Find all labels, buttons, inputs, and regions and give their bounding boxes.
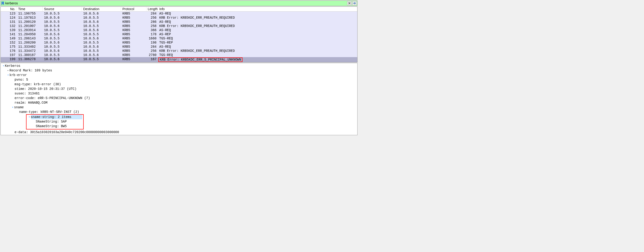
tree-label: krb-error: [10, 73, 27, 77]
packet-cell: 11.203914: [17, 28, 43, 32]
packet-cell: 131: [1, 20, 17, 24]
packet-cell: 123: [1, 11, 17, 16]
packet-cell: KRB5: [121, 49, 146, 53]
packet-cell: 10.0.5.6: [82, 36, 121, 40]
column-header-time[interactable]: Time: [17, 7, 43, 11]
packet-cell: 175: [1, 45, 17, 49]
packet-cell: 10.0.5.6: [43, 49, 82, 53]
packet-cell: 139: [1, 28, 17, 32]
column-header-destination[interactable]: Destination: [82, 7, 121, 11]
packet-cell: 11.206143: [17, 36, 43, 40]
packet-cell: 10.0.5.5: [82, 57, 121, 62]
packet-cell: 10.0.5.6: [82, 28, 121, 32]
packet-cell: 11.196755: [17, 11, 43, 16]
packet-cell: KRB5: [121, 45, 146, 49]
packet-cell: 11.334472: [17, 49, 43, 53]
packet-cell: KRB5: [121, 28, 146, 32]
column-header-no[interactable]: No.: [1, 7, 17, 11]
packet-cell-info: KRB Error: KRB5KDC_ERR_PREAUTH_REQUIRED: [158, 49, 357, 53]
packet-cell: 10.0.5.5: [82, 16, 121, 20]
packet-cell-info: TGS-REQ: [158, 53, 357, 57]
packet-row[interactable]: 12311.19675510.0.5.510.0.5.6KRB5284AS-RE…: [1, 11, 357, 16]
toggle-icon[interactable]: [28, 115, 31, 119]
packet-cell-info: AS-REQ: [158, 11, 357, 16]
column-header-length[interactable]: Length: [146, 7, 158, 11]
packet-cell: 366: [146, 28, 158, 32]
tree-label: sname-string: 2 items: [31, 115, 71, 119]
tree-label: stime: 2020-10-15 20:31:37 (UTC): [14, 87, 76, 91]
tree-leaf-susec[interactable]: susec: 313461: [14, 91, 357, 96]
toggle-icon[interactable]: [2, 64, 5, 68]
packet-cell: KRB5: [121, 53, 146, 57]
packet-row[interactable]: 14111.20495010.0.5.610.0.5.5KRB5178AS-RE…: [1, 32, 357, 36]
tree-leaf-pvno[interactable]: pvno: 5: [14, 77, 357, 82]
packet-row[interactable]: 19711.38018710.0.5.510.0.5.6KRB52780TGS-…: [1, 53, 357, 57]
packet-cell: 11.201007: [17, 24, 43, 28]
packet-cell: 256: [146, 49, 158, 53]
packet-row[interactable]: 13111.20012010.0.5.510.0.5.6KRB5286AS-RE…: [1, 20, 357, 24]
packet-list-header[interactable]: No. Time Source Destination Protocol Len…: [1, 7, 357, 11]
packet-details-pane: Kerberos Record Mark: 109 bytes krb-erro…: [0, 63, 358, 135]
tree-node-krb-error[interactable]: krb-error: [10, 73, 357, 77]
tree-leaf-sname-item[interactable]: SNameString: SAP: [36, 119, 82, 124]
packet-cell: 2780: [146, 53, 158, 57]
tree-leaf-sname-item[interactable]: SNameString: BW5: [36, 124, 82, 129]
packet-row[interactable]: 19911.38627810.0.5.610.0.5.5KRB5167KRB E…: [1, 57, 357, 62]
packet-cell: 11.200120: [17, 20, 43, 24]
packet-cell-info: AS-REP: [158, 32, 357, 36]
packet-cell: 10.0.5.6: [82, 53, 121, 57]
packet-cell: 167: [146, 57, 158, 62]
packet-cell: KRB5: [121, 57, 146, 62]
packet-cell: 11.380187: [17, 53, 43, 57]
column-header-source[interactable]: Source: [43, 7, 82, 11]
packet-cell: KRB5: [121, 32, 146, 36]
packet-cell: 256: [146, 16, 158, 20]
clear-filter-button[interactable]: [347, 1, 352, 5]
packet-cell-info: AS-REQ: [158, 28, 357, 32]
toggle-icon[interactable]: [7, 68, 10, 73]
tree-label: SNameString: SAP: [36, 119, 66, 124]
packet-cell: 10.0.5.5: [43, 28, 82, 32]
column-header-protocol[interactable]: Protocol: [121, 7, 146, 11]
packet-cell: 141: [1, 32, 17, 36]
tree-leaf-realm[interactable]: realm: HANABQ.COM: [14, 100, 357, 105]
packet-cell: 10.0.5.5: [82, 24, 121, 28]
tree-leaf-name-type[interactable]: name-type: kRB5-NT-SRV-INST (2): [19, 110, 357, 114]
tree-node-sname-string[interactable]: sname-string: 2 items: [31, 115, 82, 119]
packet-cell: 10.0.5.5: [82, 40, 121, 45]
tree-leaf-stime[interactable]: stime: 2020-10-15 20:31:37 (UTC): [14, 87, 357, 91]
tree-label: name-type: kRB5-NT-SRV-INST (2): [19, 110, 79, 114]
packet-cell: 10.0.5.5: [43, 45, 82, 49]
packet-row[interactable]: 12411.19781310.0.5.610.0.5.5KRB5256KRB E…: [1, 16, 357, 20]
packet-row[interactable]: 15211.20820010.0.5.610.0.5.5KRB5198TGS-R…: [1, 40, 357, 45]
packet-cell: 132: [1, 24, 17, 28]
packet-cell: 10.0.5.6: [43, 32, 82, 36]
tree-node-sname[interactable]: sname: [14, 105, 357, 110]
toggle-icon[interactable]: [11, 105, 14, 110]
packet-cell: 10.0.5.5: [82, 49, 121, 53]
packet-row[interactable]: 13911.20391410.0.5.510.0.5.6KRB5366AS-RE…: [1, 28, 357, 32]
bookmark-icon[interactable]: [1, 1, 4, 5]
packet-cell: 10.0.5.5: [43, 36, 82, 40]
tree-node-kerberos[interactable]: Kerberos: [5, 64, 357, 68]
packet-row[interactable]: 13211.20100710.0.5.610.0.5.5KRB5258KRB E…: [1, 24, 357, 28]
toggle-icon[interactable]: [7, 73, 10, 77]
packet-cell: 10.0.5.6: [43, 40, 82, 45]
tree-label: Record Mark: 109 bytes: [10, 68, 52, 73]
packet-cell: 11.208200: [17, 40, 43, 45]
tree-label: e-data: 3015a103020103a20e040c720200c000…: [14, 130, 119, 135]
packet-cell-info: TGS-REP: [158, 40, 357, 45]
apply-filter-button[interactable]: [352, 1, 357, 5]
tree-leaf-e-data[interactable]: e-data: 3015a103020103a20e040c720200c000…: [14, 130, 357, 135]
packet-row[interactable]: 17511.33340210.0.5.510.0.5.6KRB5284AS-RE…: [1, 45, 357, 49]
tree-node-record-mark[interactable]: Record Mark: 109 bytes: [10, 68, 357, 73]
packet-row[interactable]: 17611.33447210.0.5.610.0.5.5KRB5256KRB E…: [1, 49, 357, 53]
tree-leaf-error-code[interactable]: error-code: eRR-S-PRINCIPAL-UNKNOWN (7): [14, 96, 357, 100]
packet-cell: KRB5: [121, 20, 146, 24]
packet-row[interactable]: 14911.20614310.0.5.510.0.5.6KRB51660TGS-…: [1, 36, 357, 40]
display-filter-input[interactable]: [5, 1, 347, 5]
packet-cell: 10.0.5.6: [43, 24, 82, 28]
column-header-info[interactable]: Info: [158, 7, 357, 11]
tree-leaf-msg-type[interactable]: msg-type: krb-error (30): [14, 82, 357, 87]
packet-cell: 258: [146, 24, 158, 28]
